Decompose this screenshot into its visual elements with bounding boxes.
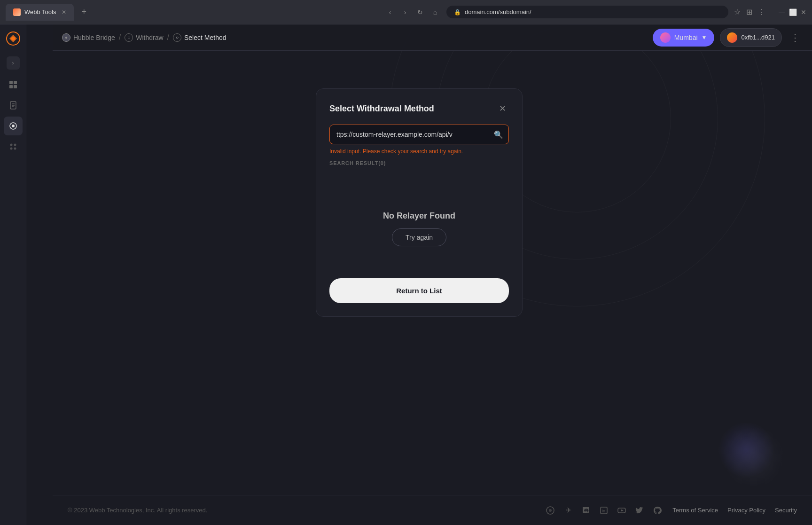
svg-point-1	[11, 37, 15, 40]
network-chevron-icon: ▼	[702, 34, 707, 41]
tab-bar: Webb Tools ✕ +	[6, 4, 379, 21]
svg-marker-21	[621, 509, 624, 511]
social-icon-linkedin[interactable]: in	[598, 505, 609, 516]
nav-refresh-button[interactable]: ↻	[414, 7, 426, 18]
svg-point-12	[10, 144, 12, 146]
social-icon-github[interactable]	[652, 505, 663, 516]
url-text: domain.com/subdomain/	[465, 8, 531, 16]
social-icon-telegram[interactable]: ✈	[562, 505, 574, 516]
no-results-title: No Relayer Found	[383, 211, 455, 221]
sidebar-item-grid[interactable]	[4, 75, 23, 94]
breadcrumb-withdraw-label: Withdraw	[136, 34, 163, 41]
terms-of-service-link[interactable]: Terms of Service	[672, 507, 718, 514]
footer-right: ✈ in	[545, 505, 797, 516]
relayer-search-input[interactable]	[329, 125, 509, 144]
try-again-button[interactable]: Try again	[392, 228, 446, 246]
maximize-button[interactable]: ⬜	[789, 8, 797, 16]
social-icon-twitter[interactable]	[634, 505, 645, 516]
svg-point-17	[549, 509, 552, 512]
social-icon-webb[interactable]	[545, 505, 556, 516]
close-window-button[interactable]: ✕	[801, 8, 806, 16]
error-message: Invalid input. Please check your search …	[329, 148, 509, 155]
breadcrumb: ● Hubble Bridge / ○ Withdraw / ○ Select …	[62, 33, 226, 42]
nav-home-button[interactable]: ⌂	[429, 7, 441, 18]
footer-copyright: © 2023 Webb Technologies, Inc. All right…	[68, 507, 207, 514]
app-container: ›	[0, 24, 812, 525]
social-icon-youtube[interactable]	[616, 505, 627, 516]
browser-chrome: Webb Tools ✕ + ‹ › ↻ ⌂ 🔒 domain.com/subd…	[0, 0, 812, 24]
modal-close-button[interactable]: ✕	[496, 102, 509, 115]
security-link[interactable]: Security	[775, 507, 797, 514]
network-selector[interactable]: Mumbai ▼	[653, 29, 715, 47]
svg-point-14	[10, 148, 12, 150]
svg-rect-2	[9, 81, 13, 84]
more-options-button[interactable]: ⋮	[788, 30, 803, 45]
breadcrumb-hubble-icon: ●	[62, 33, 70, 42]
bookmark-icon[interactable]: ☆	[734, 8, 741, 16]
browser-tab-webb-tools[interactable]: Webb Tools ✕	[6, 4, 74, 21]
withdrawal-method-modal: Select Withdrawal Method ✕ 🔍 Invalid inp…	[316, 88, 523, 317]
sidebar-item-apps[interactable]	[4, 137, 23, 156]
more-options-icon[interactable]: ⋮	[758, 8, 765, 16]
breadcrumb-select-method[interactable]: ○ Select Method	[173, 33, 226, 42]
nav-forward-button[interactable]: ›	[399, 7, 411, 18]
tab-label: Webb Tools	[24, 8, 56, 16]
svg-rect-3	[14, 81, 17, 84]
breadcrumb-select-icon: ○	[173, 33, 181, 42]
breadcrumb-sep-2: /	[167, 33, 169, 42]
tab-favicon	[13, 8, 21, 16]
breadcrumb-hubble-label: Hubble Bridge	[73, 34, 115, 41]
svg-rect-4	[9, 85, 13, 88]
svg-point-15	[14, 148, 16, 150]
network-avatar	[660, 32, 671, 43]
search-container: 🔍	[329, 125, 509, 144]
new-tab-button[interactable]: +	[78, 5, 90, 19]
wallet-avatar	[727, 32, 737, 43]
top-nav-right: Mumbai ▼ 0xfb1...d921 ⋮	[653, 28, 803, 47]
modal-overlay: Select Withdrawal Method ✕ 🔍 Invalid inp…	[26, 51, 812, 525]
network-label: Mumbai	[674, 34, 698, 41]
breadcrumb-hubble-bridge[interactable]: ● Hubble Bridge	[62, 33, 115, 42]
tab-close-button[interactable]: ✕	[62, 9, 66, 16]
window-controls: ‹ › ↻ ⌂	[384, 7, 441, 18]
return-to-list-button[interactable]: Return to List	[329, 278, 509, 303]
modal-title: Select Withdrawal Method	[329, 104, 434, 114]
breadcrumb-sep-1: /	[119, 33, 121, 42]
browser-actions: ☆ ⊞ ⋮ — ⬜ ✕	[734, 8, 806, 16]
svg-point-13	[14, 144, 16, 146]
minimize-button[interactable]: —	[779, 8, 785, 16]
breadcrumb-select-label: Select Method	[184, 34, 226, 41]
footer-social-icons: ✈ in	[545, 505, 663, 516]
footer-links: Terms of Service Privacy Policy Security	[672, 507, 797, 514]
wallet-selector[interactable]: 0xfb1...d921	[720, 28, 782, 47]
social-icon-discord[interactable]	[580, 505, 592, 516]
sidebar-expand-button[interactable]: ›	[7, 56, 20, 70]
breadcrumb-withdraw-icon: ○	[125, 33, 133, 42]
search-results-label: SEARCH RESULT(0)	[329, 160, 509, 166]
app-logo[interactable]	[5, 30, 22, 47]
svg-rect-5	[14, 85, 17, 88]
nav-back-button[interactable]: ‹	[384, 7, 396, 18]
breadcrumb-withdraw[interactable]: ○ Withdraw	[125, 33, 163, 42]
sidebar: ›	[0, 24, 26, 525]
window-control-buttons: — ⬜ ✕	[779, 8, 806, 16]
sidebar-item-document[interactable]	[4, 96, 23, 115]
footer: © 2023 Webb Technologies, Inc. All right…	[53, 495, 812, 525]
extensions-icon[interactable]: ⊞	[746, 8, 752, 16]
no-results-state: No Relayer Found Try again	[329, 173, 509, 274]
lock-icon: 🔒	[454, 9, 461, 16]
modal-header: Select Withdrawal Method ✕	[329, 102, 509, 115]
main-content: ● Hubble Bridge / ○ Withdraw / ○ Select …	[26, 24, 812, 525]
svg-point-11	[12, 125, 15, 127]
sidebar-item-circle[interactable]	[4, 117, 23, 135]
search-icon: 🔍	[494, 130, 503, 139]
top-navigation: ● Hubble Bridge / ○ Withdraw / ○ Select …	[53, 24, 812, 51]
svg-text:in: in	[602, 509, 605, 513]
address-bar[interactable]: 🔒 domain.com/subdomain/	[446, 6, 728, 18]
wallet-label: 0xfb1...d921	[741, 34, 775, 41]
privacy-policy-link[interactable]: Privacy Policy	[727, 507, 765, 514]
